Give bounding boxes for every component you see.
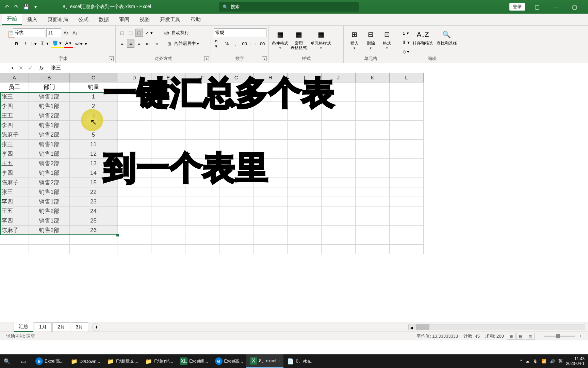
cell[interactable] bbox=[356, 102, 390, 111]
sheet-tab-feb[interactable]: 2月 bbox=[52, 322, 70, 332]
number-dialog-launcher-icon[interactable]: ↘ bbox=[262, 56, 267, 61]
tray-icon[interactable]: 📶 bbox=[541, 359, 546, 364]
col-header-K[interactable]: K bbox=[356, 73, 390, 82]
cell[interactable] bbox=[151, 216, 185, 226]
cell[interactable] bbox=[219, 197, 254, 206]
ime-indicator[interactable]: 英 bbox=[558, 358, 562, 364]
taskbar-item[interactable]: 📁F:\新建文... bbox=[103, 354, 142, 368]
data-cell[interactable]: 销售1部 bbox=[29, 149, 70, 159]
cell[interactable] bbox=[151, 226, 185, 235]
cell[interactable] bbox=[390, 102, 424, 111]
data-cell[interactable]: 张三 bbox=[0, 140, 29, 149]
italic-button[interactable]: I bbox=[21, 40, 29, 48]
font-color-button[interactable]: A ▾ bbox=[64, 40, 73, 48]
cell[interactable] bbox=[322, 245, 356, 254]
currency-icon[interactable]: ¤ ▾ bbox=[214, 40, 222, 48]
cell[interactable] bbox=[356, 187, 390, 197]
cell[interactable] bbox=[356, 149, 390, 159]
fill-color-button[interactable]: 🪣 ▾ bbox=[51, 40, 63, 48]
header-cell[interactable]: 员工 bbox=[0, 82, 29, 92]
data-cell[interactable]: 王五 bbox=[0, 206, 29, 216]
tab-page-layout[interactable]: 页面布局 bbox=[43, 14, 73, 25]
taskbar-item[interactable]: X8、excel... bbox=[246, 354, 283, 368]
zoom-control[interactable]: − + bbox=[535, 334, 585, 339]
cell[interactable] bbox=[185, 130, 219, 140]
cell[interactable] bbox=[356, 121, 390, 130]
increase-font-icon[interactable]: A↑ bbox=[62, 29, 70, 37]
cell[interactable] bbox=[322, 159, 356, 168]
cell[interactable] bbox=[254, 130, 288, 140]
fill-icon[interactable]: ⬇ ▾ bbox=[401, 38, 411, 46]
maximize-icon[interactable]: ▢ bbox=[568, 4, 581, 10]
search-box[interactable]: 🔍 搜索 bbox=[219, 2, 359, 12]
cell[interactable] bbox=[185, 206, 219, 216]
data-cell[interactable]: 销售2部 bbox=[29, 159, 70, 168]
cell[interactable] bbox=[117, 130, 151, 140]
formula-input[interactable]: 张三 bbox=[47, 65, 588, 71]
zoom-out-icon[interactable]: − bbox=[535, 334, 543, 339]
font-size-select[interactable] bbox=[46, 28, 61, 37]
cell[interactable] bbox=[390, 216, 424, 226]
cell[interactable] bbox=[219, 245, 254, 254]
cell[interactable] bbox=[288, 235, 322, 245]
zoom-slider[interactable] bbox=[544, 336, 575, 337]
cell[interactable] bbox=[390, 159, 424, 168]
data-cell[interactable]: 李四 bbox=[0, 168, 29, 178]
cell[interactable] bbox=[390, 178, 424, 187]
cell[interactable] bbox=[254, 121, 288, 130]
cell[interactable] bbox=[117, 206, 151, 216]
cell[interactable] bbox=[356, 216, 390, 226]
data-cell[interactable]: 张三 bbox=[0, 187, 29, 197]
cell[interactable] bbox=[288, 149, 322, 159]
tab-help[interactable]: 帮助 bbox=[185, 14, 206, 25]
normal-view-icon[interactable]: ▦ bbox=[507, 333, 516, 340]
cell[interactable] bbox=[254, 245, 288, 254]
cell[interactable] bbox=[390, 140, 424, 149]
taskbar-item[interactable]: 🔍 bbox=[0, 354, 16, 368]
data-cell[interactable]: 李四 bbox=[0, 121, 29, 130]
cell[interactable] bbox=[390, 111, 424, 121]
tab-review[interactable]: 审阅 bbox=[114, 14, 134, 25]
cell[interactable] bbox=[356, 235, 390, 245]
cell[interactable] bbox=[288, 197, 322, 206]
wrap-text-button[interactable]: ab bbox=[163, 29, 170, 37]
undo-icon[interactable]: ↶ bbox=[3, 3, 10, 10]
data-cell[interactable]: 销售2部 bbox=[29, 111, 70, 121]
data-cell[interactable]: 23 bbox=[70, 197, 117, 206]
cell[interactable] bbox=[356, 82, 390, 92]
align-bottom-icon[interactable]: ⬚ bbox=[135, 29, 143, 37]
data-cell[interactable]: 销售1部 bbox=[29, 216, 70, 226]
cell[interactable] bbox=[322, 187, 356, 197]
data-cell[interactable]: 24 bbox=[70, 206, 117, 216]
col-header-A[interactable]: A bbox=[0, 73, 29, 82]
save-icon[interactable]: 💾 bbox=[22, 3, 29, 10]
col-header-L[interactable]: L bbox=[390, 73, 424, 82]
align-center-icon[interactable]: ≡ bbox=[127, 40, 134, 48]
cell[interactable] bbox=[288, 187, 322, 197]
cell[interactable] bbox=[219, 121, 254, 130]
taskbar-item[interactable]: 📁F:\创作\... bbox=[142, 354, 177, 368]
cell[interactable] bbox=[219, 206, 254, 216]
cell[interactable] bbox=[322, 226, 356, 235]
cell[interactable] bbox=[390, 130, 424, 140]
align-left-icon[interactable]: ≡ bbox=[118, 40, 126, 48]
cell[interactable] bbox=[322, 197, 356, 206]
qat-customize-icon[interactable]: ▾ bbox=[32, 3, 39, 10]
taskbar-item[interactable]: ▭ bbox=[16, 354, 32, 368]
cell[interactable] bbox=[185, 226, 219, 235]
taskbar-item[interactable]: XLExcel函... bbox=[177, 354, 212, 368]
cell[interactable] bbox=[322, 235, 356, 245]
orientation-icon[interactable]: ⤢ ▾ bbox=[144, 29, 154, 37]
data-cell[interactable]: 26 bbox=[70, 226, 117, 235]
tab-developer[interactable]: 开发工具 bbox=[155, 14, 185, 25]
header-cell[interactable]: 部门 bbox=[29, 82, 70, 92]
cell[interactable] bbox=[356, 197, 390, 206]
page-break-view-icon[interactable]: ▥ bbox=[526, 333, 535, 340]
data-cell[interactable]: 李四 bbox=[0, 102, 29, 111]
merge-dropdown-icon[interactable]: ▾ bbox=[197, 42, 199, 46]
cell[interactable] bbox=[117, 216, 151, 226]
cell[interactable] bbox=[219, 235, 254, 245]
cell[interactable] bbox=[356, 206, 390, 216]
font-dialog-launcher-icon[interactable]: ↘ bbox=[109, 56, 114, 61]
cell[interactable] bbox=[322, 206, 356, 216]
